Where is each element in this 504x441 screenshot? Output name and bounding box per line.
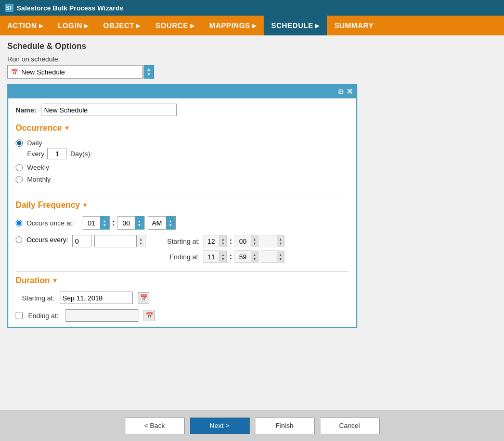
schedule-select-arrows[interactable]: ▲ ▼ — [144, 65, 154, 79]
ending-hour-input[interactable] — [203, 251, 219, 262]
every-label: Every — [27, 150, 44, 158]
back-button[interactable]: < Back — [125, 418, 185, 434]
ending-time-group: ▲ ▼ : ▲ ▼ — [203, 250, 285, 263]
once-minute-input[interactable] — [118, 217, 135, 229]
name-input[interactable] — [42, 104, 177, 116]
page-title: Schedule & Options — [7, 42, 497, 51]
ending-minute-input[interactable] — [235, 251, 251, 262]
name-row: Name: — [16, 104, 349, 116]
ending-at-label: Ending at: — [161, 253, 200, 261]
ending-ampm-btns[interactable]: ▲ ▼ — [277, 250, 284, 263]
duration-ending-input[interactable] — [66, 309, 138, 322]
ending-minute-btns[interactable]: ▲ ▼ — [251, 250, 258, 263]
schedule-select-value: New Schedule — [21, 68, 65, 76]
schedule-select-wrapper: 📅 New Schedule ▲ ▼ — [7, 65, 497, 79]
once-ampm-input[interactable] — [148, 217, 166, 229]
occurs-every-inputs: ▲ ▼ — [72, 235, 146, 247]
ending-hour-spinner: ▲ ▼ — [203, 250, 227, 263]
starting-ampm-btns[interactable]: ▲ ▼ — [277, 235, 284, 247]
time-colon-3: : — [228, 253, 234, 261]
app-title: Salesforce Bulk Process Wizards — [17, 4, 123, 12]
calendar-end-icon[interactable]: 📅 — [144, 310, 155, 321]
starting-minute-input[interactable] — [235, 235, 251, 247]
radio-weekly[interactable] — [16, 164, 23, 171]
once-hour-input[interactable] — [83, 217, 100, 229]
nav-bar: ACTION LOGIN OBJECT SOURCE MAPPINGS SCHE… — [0, 16, 504, 35]
radio-daily[interactable] — [16, 140, 23, 147]
next-button[interactable]: Next > — [190, 418, 250, 434]
combo-arrows[interactable]: ▲ ▼ — [136, 235, 145, 247]
nav-mappings[interactable]: MAPPINGS — [202, 16, 264, 35]
nav-source[interactable]: SOURCE — [148, 16, 202, 35]
starting-ampm-spinner: ▲ ▼ — [261, 235, 285, 247]
cancel-button[interactable]: Cancel — [320, 418, 380, 434]
calendar-small-icon: 📅 — [11, 69, 18, 75]
schedule-select[interactable]: 📅 New Schedule — [7, 65, 143, 79]
every-row: Every Day(s): — [27, 148, 92, 159]
ending-ampm-spinner: ▲ ▼ — [261, 250, 285, 263]
dialog-close-button[interactable]: ✕ — [346, 87, 353, 96]
once-minute-spinner: ▲ ▼ — [118, 216, 145, 230]
radio-daily-row: Daily — [16, 139, 92, 147]
starting-hour-btns[interactable]: ▲ ▼ — [219, 235, 226, 247]
ending-checkbox[interactable] — [16, 312, 23, 319]
starting-minute-btns[interactable]: ▲ ▼ — [251, 235, 258, 247]
occurs-once-row: Occurs once at: ▲ ▼ : — [16, 216, 349, 230]
nav-object[interactable]: OBJECT — [96, 16, 148, 35]
calendar-start-icon[interactable]: 📅 — [138, 292, 149, 304]
starting-ending-group: Starting at: ▲ ▼ : — [161, 235, 285, 263]
radio-monthly-row: Monthly — [16, 175, 92, 183]
dialog-settings-icon[interactable]: ⚙ — [338, 87, 344, 96]
bottom-bar: < Back Next > Finish Cancel — [0, 410, 504, 441]
starting-minute-spinner: ▲ ▼ — [235, 235, 259, 247]
occurs-every-unit-combo[interactable]: ▲ ▼ — [94, 235, 146, 247]
occurs-every-unit-input[interactable] — [95, 235, 136, 247]
main-content: Schedule & Options Run on schedule: 📅 Ne… — [0, 35, 504, 410]
time-colon-2: : — [228, 237, 234, 245]
duration-header: Duration ▼ — [16, 276, 349, 285]
ending-hour-btns[interactable]: ▲ ▼ — [219, 250, 226, 263]
every-input[interactable] — [47, 148, 67, 159]
once-hour-buttons[interactable]: ▲ ▼ — [100, 216, 109, 230]
daily-frequency-section: Daily Frequency ▼ Occurs once at: ▲ ▼ — [16, 196, 349, 263]
run-on-schedule-label: Run on schedule: — [7, 55, 497, 63]
nav-login[interactable]: LOGIN — [50, 16, 96, 35]
duration-ending-label: Ending at: — [28, 312, 60, 320]
once-time-group: ▲ ▼ : ▲ ▼ — [83, 216, 176, 230]
occurs-every-value-input[interactable] — [72, 235, 92, 247]
once-hour-up[interactable]: ▲ — [103, 219, 107, 223]
starting-ampm-input[interactable] — [261, 235, 277, 247]
once-ampm-buttons[interactable]: ▲ ▼ — [166, 216, 175, 230]
nav-action[interactable]: ACTION — [0, 16, 50, 35]
duration-starting-label: Starting at: — [16, 294, 55, 302]
once-ampm-down[interactable]: ▼ — [169, 223, 172, 227]
once-hour-spinner: ▲ ▼ — [83, 216, 110, 230]
ending-ampm-input[interactable] — [261, 251, 277, 262]
radio-monthly-label: Monthly — [27, 175, 51, 183]
once-ampm-up[interactable]: ▲ — [169, 219, 172, 223]
title-bar: SF Salesforce Bulk Process Wizards — [0, 0, 504, 16]
occurs-every-label: Occurs every: — [27, 236, 68, 244]
starting-at-label: Starting at: — [161, 237, 200, 245]
duration-section: Duration ▼ Starting at: 📅 Ending at: 📅 — [16, 271, 349, 322]
radio-occurs-every[interactable] — [16, 236, 22, 243]
radio-weekly-label: Weekly — [27, 163, 49, 171]
duration-starting-input[interactable] — [60, 292, 133, 304]
nav-schedule[interactable]: SCHEDULE — [264, 16, 327, 35]
once-hour-down[interactable]: ▼ — [103, 223, 107, 227]
once-ampm-spinner: ▲ ▼ — [148, 216, 176, 230]
once-minute-down[interactable]: ▼ — [137, 223, 141, 227]
starting-time-group: ▲ ▼ : ▲ ▼ — [203, 235, 285, 247]
occurrence-arrow-icon: ▼ — [64, 124, 70, 132]
occurrence-options: Daily Every Day(s): Weekly — [16, 139, 92, 187]
dialog-title-bar: ⚙ ✕ — [8, 85, 356, 98]
starting-hour-input[interactable] — [203, 235, 219, 247]
radio-occurs-once[interactable] — [16, 220, 22, 226]
once-minute-buttons[interactable]: ▲ ▼ — [135, 216, 144, 230]
occurs-every-section: Occurs every: ▲ ▼ — [16, 235, 349, 263]
occurrence-header: Occurrence ▼ — [16, 123, 349, 133]
once-minute-up[interactable]: ▲ — [137, 219, 141, 223]
nav-summary[interactable]: SUMMARY — [327, 16, 383, 35]
radio-monthly[interactable] — [16, 176, 23, 183]
finish-button[interactable]: Finish — [255, 418, 315, 434]
